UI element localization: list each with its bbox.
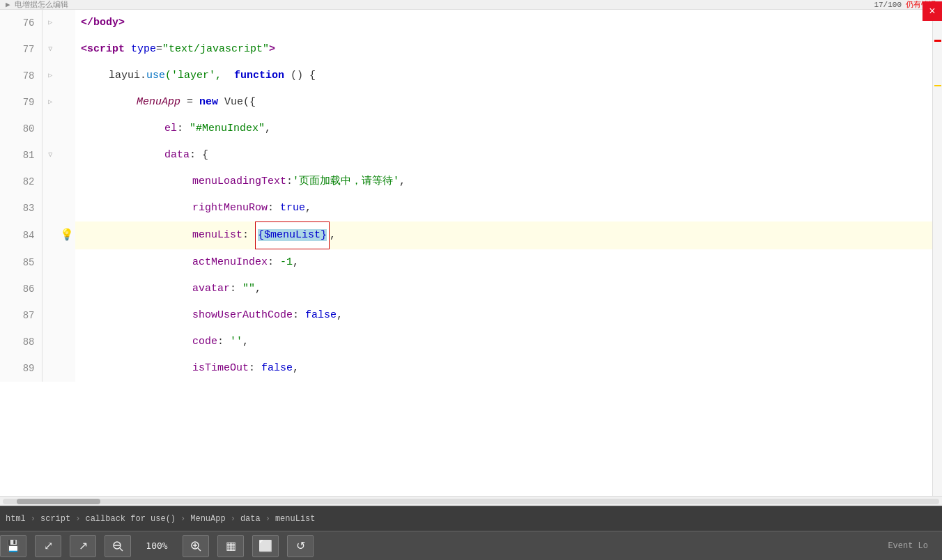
breadcrumb-item-callback-for-use()[interactable]: callback for use() [85, 514, 176, 524]
code-line: el: "#MenuIndex", [75, 116, 942, 142]
token: > [269, 43, 275, 55]
token: isTimeOut [192, 362, 249, 374]
token: actMenuIndex [192, 256, 268, 268]
svg-line-2 [120, 548, 123, 551]
line-number: 76 [0, 10, 42, 36]
token: -1 [280, 256, 293, 268]
line-number: 87 [0, 302, 42, 329]
token: body [93, 17, 118, 29]
token: , [293, 362, 299, 374]
selected-text: {$menuList} [258, 229, 327, 241]
svg-line-6 [198, 548, 201, 551]
token: , [337, 309, 343, 321]
gutter-icon [59, 63, 75, 89]
zoom-out-button[interactable] [105, 535, 131, 557]
fold-indicator[interactable]: ▽ [42, 142, 59, 169]
scroll-thumb[interactable] [17, 499, 100, 504]
line-number: 88 [0, 329, 42, 355]
token: : [217, 336, 230, 348]
token: : [268, 256, 280, 268]
code-area: 76▷</body>77▽<script type="text/javascri… [0, 10, 942, 496]
token: = [156, 43, 162, 55]
breadcrumb-item-script[interactable]: script [40, 514, 70, 524]
fold-indicator [42, 169, 59, 195]
token: menuLoadingText [192, 176, 286, 187]
share-button[interactable]: ↗ [70, 535, 96, 557]
token: "#MenuIndex" [190, 123, 265, 134]
fold-indicator[interactable]: ▷ [42, 89, 59, 116]
breadcrumb-item-menuapp[interactable]: MenuApp [190, 514, 225, 524]
token: () { [284, 70, 316, 81]
code-line: avatar: "", [75, 276, 942, 302]
table-row: 87showUserAuthCode: false, [0, 302, 942, 329]
code-line: </body> [75, 10, 942, 36]
frame-button[interactable]: ⬜ [252, 535, 279, 557]
scroll-track[interactable] [3, 499, 939, 504]
line-number: 84 [0, 221, 42, 249]
fold-indicator [42, 116, 59, 142]
token: script [87, 43, 125, 55]
token: < [81, 43, 87, 55]
code-line: menuLoadingText:'页面加载中，请等待', [75, 169, 942, 195]
token: </ [81, 17, 93, 29]
table-row: 86avatar: "", [0, 276, 942, 302]
token: : [268, 202, 280, 214]
code-line: layui.use('layer', function () { [75, 63, 942, 89]
lightbulb-icon[interactable]: 💡 [60, 229, 74, 242]
token: showUserAuthCode [192, 309, 293, 321]
gutter-icon [59, 116, 75, 142]
close-button[interactable]: × [922, 1, 942, 21]
scroll-bar[interactable] [0, 496, 942, 506]
token: false [305, 309, 337, 321]
save-button[interactable]: 💾 [0, 535, 26, 557]
code-line: <script type="text/javascript"> [75, 36, 942, 63]
gutter-icon [59, 142, 75, 169]
token: new [199, 96, 218, 108]
code-line: actMenuIndex: -1, [75, 249, 942, 276]
token: , [255, 283, 261, 295]
token: . [140, 70, 146, 81]
gutter-icon[interactable]: 💡 [59, 221, 75, 249]
right-edge [932, 10, 942, 496]
code-line: code: '', [75, 329, 942, 355]
token: = [180, 96, 199, 108]
warning-marker-2 [934, 85, 941, 86]
fold-indicator[interactable]: ▷ [42, 63, 59, 89]
token: Vue [218, 96, 243, 108]
token: type [125, 43, 156, 55]
code-table: 76▷</body>77▽<script type="text/javascri… [0, 10, 942, 382]
breadcrumb-item-menulist[interactable]: menuList [275, 514, 316, 524]
bottom-toolbar: 💾 ⤢ ↗ 100% ▦ ⬜ ↺ Event Lo [0, 531, 942, 560]
table-row: 81▽data: { [0, 142, 942, 169]
line-number: 80 [0, 116, 42, 142]
table-row: 78▷layui.use('layer', function () { [0, 63, 942, 89]
error-marker-2 [934, 40, 941, 42]
token: rightMenuRow [192, 202, 268, 214]
zoom-in-button[interactable] [183, 535, 209, 557]
code-line: data: { [75, 142, 942, 169]
refresh-button[interactable]: ↺ [287, 535, 314, 557]
top-bar: ▶ 电增据怎么编辑 17/100 仍有错误 × [0, 0, 942, 10]
token: MenuApp [137, 96, 180, 108]
line-number: 81 [0, 142, 42, 169]
table-row: 79▷MenuApp = new Vue({ [0, 89, 942, 116]
gutter-icon [59, 195, 75, 221]
table-view-button[interactable]: ▦ [217, 535, 244, 557]
token: : [249, 362, 261, 374]
fold-indicator[interactable]: ▽ [42, 36, 59, 63]
breadcrumb-item-html[interactable]: html [6, 514, 26, 524]
token: function [234, 70, 284, 81]
table-row: 80el: "#MenuIndex", [0, 116, 942, 142]
token: : { [190, 149, 208, 161]
gutter-icon [59, 329, 75, 355]
table-row: 77▽<script type="text/javascript"> [0, 36, 942, 63]
expand-button[interactable]: ⤢ [35, 535, 61, 557]
table-row: 83rightMenuRow: true, [0, 195, 942, 221]
fold-indicator[interactable]: ▷ [42, 10, 59, 36]
gutter-icon [59, 355, 75, 382]
line-number: 78 [0, 63, 42, 89]
gutter-icon [59, 10, 75, 36]
fold-indicator [42, 302, 59, 329]
breadcrumb-item-data[interactable]: data [240, 514, 261, 524]
breadcrumb-separator: › [31, 514, 36, 524]
